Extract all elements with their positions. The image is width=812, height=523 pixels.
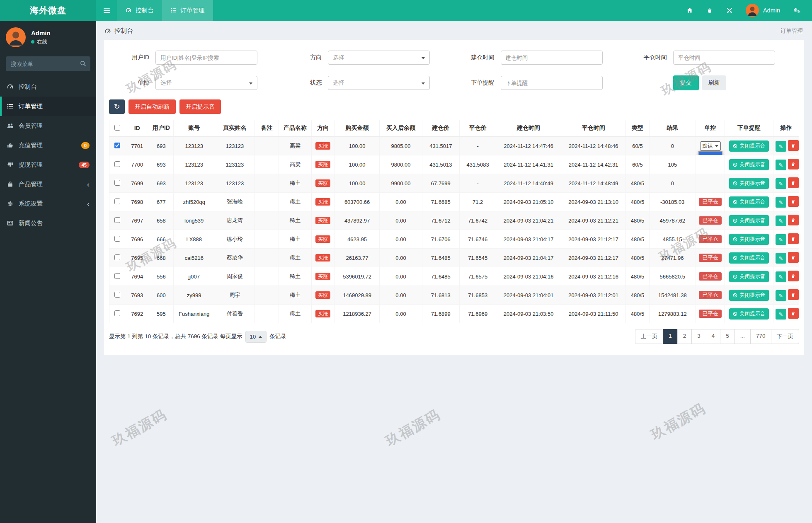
search-icon[interactable] — [80, 60, 87, 67]
reload-button[interactable]: ↻ — [109, 99, 125, 114]
select-all-checkbox[interactable] — [114, 125, 120, 131]
control-dropdown[interactable]: 默认赢亏 — [698, 151, 722, 155]
dropdown-option[interactable]: 默认 — [699, 152, 722, 155]
edit-button[interactable]: ✎ — [776, 253, 786, 264]
mute-remind-button[interactable]: 关闭提示音 — [729, 215, 769, 226]
mute-remind-button[interactable]: 关闭提示音 — [729, 308, 769, 320]
delete-button[interactable] — [788, 159, 799, 169]
userid-search-input[interactable] — [160, 55, 252, 61]
row-checkbox[interactable] — [114, 161, 120, 167]
edit-button[interactable]: ✎ — [776, 271, 786, 282]
sidebar-item-products[interactable]: 产品管理‹ — [0, 174, 96, 194]
delete-button[interactable] — [788, 196, 799, 207]
control-select[interactable]: 默认 — [700, 141, 721, 151]
delete-button[interactable] — [788, 233, 799, 244]
mute-remind-button[interactable]: 关闭提示音 — [729, 196, 769, 208]
row-checkbox[interactable] — [114, 217, 120, 223]
per-page-dropdown[interactable]: 10 — [245, 331, 267, 343]
edit-button[interactable]: ✎ — [776, 178, 786, 189]
row-checkbox[interactable] — [114, 180, 120, 186]
page-button[interactable]: 770 — [750, 329, 771, 344]
edit-button[interactable]: ✎ — [776, 197, 786, 208]
open-time-input[interactable] — [506, 55, 598, 61]
edit-button[interactable]: ✎ — [776, 215, 786, 226]
page-button[interactable]: 4 — [706, 329, 721, 344]
refresh-button[interactable]: 刷新 — [702, 75, 726, 90]
filter-label-remind: 下单提醒 — [454, 79, 501, 87]
sidebar-item-dashboard[interactable]: 控制台 — [0, 77, 96, 97]
cell-balance_after: 9900.00 — [380, 174, 422, 193]
page-button[interactable]: 5 — [720, 329, 735, 344]
mute-remind-button[interactable]: 关闭提示音 — [729, 140, 769, 152]
settings-cogs-icon[interactable] — [793, 7, 801, 14]
row-checkbox[interactable] — [114, 273, 120, 279]
mute-remind-button[interactable]: 关闭提示音 — [729, 234, 769, 245]
top-navbar: 海外微盘 控制台 订单管理 Admin — [0, 0, 812, 21]
sidebar-search-input[interactable] — [6, 56, 90, 71]
tab-dashboard[interactable]: 控制台 — [117, 0, 162, 21]
online-dot-icon — [31, 40, 34, 44]
sidebar-item-members[interactable]: 会员管理 — [0, 116, 96, 136]
sidebar-item-label: 新闻公告 — [19, 219, 43, 227]
row-checkbox[interactable] — [114, 143, 120, 148]
status-select[interactable]: 选择 — [328, 76, 430, 90]
edit-button[interactable]: ✎ — [776, 160, 786, 170]
sidebar-item-deposits[interactable]: 充值管理0 — [0, 136, 96, 155]
next-page-button[interactable]: 下一页 — [771, 329, 800, 344]
cell-result: 1542481.38 — [649, 286, 696, 305]
page-button[interactable]: ... — [734, 329, 751, 344]
cell-actions: ✎ — [773, 136, 799, 155]
trash-icon[interactable] — [706, 7, 713, 14]
admin-menu[interactable]: Admin — [746, 4, 780, 17]
close-time-input[interactable] — [678, 55, 770, 61]
control-select[interactable]: 选择 — [155, 76, 257, 90]
page-button[interactable]: 2 — [677, 329, 692, 344]
mute-remind-button[interactable]: 关闭提示音 — [729, 252, 769, 264]
table-row: 7693600zy999周宇稀土买涨1469029.890.0071.68137… — [109, 286, 799, 305]
edit-button[interactable]: ✎ — [776, 290, 786, 301]
delete-button[interactable] — [788, 252, 799, 263]
edit-button[interactable]: ✎ — [776, 309, 786, 320]
row-checkbox[interactable] — [114, 292, 120, 298]
delete-button[interactable] — [788, 308, 799, 319]
delete-button[interactable] — [788, 177, 799, 188]
cell-product: 高粱 — [279, 136, 311, 155]
cell-remind: 关闭提示音 — [725, 155, 773, 174]
cell-close_time: 2024-11-12 14:48:49 — [561, 174, 626, 193]
submit-button[interactable]: 提交 — [673, 75, 699, 90]
table-row: 7698677zhf520qq张海峰稀土买涨603700.660.0071.66… — [109, 193, 799, 211]
direction-select[interactable]: 选择 — [328, 51, 430, 65]
page-button[interactable]: 3 — [691, 329, 706, 344]
delete-button[interactable] — [788, 215, 799, 225]
tab-orders[interactable]: 订单管理 — [162, 0, 213, 21]
delete-button[interactable] — [788, 289, 799, 300]
row-checkbox[interactable] — [114, 310, 120, 316]
closed-badge: 已平仓 — [699, 216, 722, 225]
sidebar-toggle-button[interactable] — [96, 0, 117, 21]
cell-result: 5665820.5 — [649, 267, 696, 286]
sidebar-item-settings[interactable]: 系统设置‹ — [0, 194, 96, 213]
column-header: 单控 — [696, 120, 725, 137]
sound-on-button[interactable]: 开启提示音 — [179, 99, 221, 114]
delete-button[interactable] — [788, 140, 799, 151]
edit-button[interactable]: ✎ — [776, 234, 786, 245]
mute-remind-button[interactable]: 关闭提示音 — [729, 290, 769, 301]
row-checkbox[interactable] — [114, 254, 120, 260]
sidebar-item-news[interactable]: 新闻公告 — [0, 213, 96, 233]
auto-refresh-button[interactable]: 开启自动刷新 — [128, 99, 176, 114]
delete-button[interactable] — [788, 271, 799, 281]
sidebar-item-withdrawals[interactable]: 提现管理45 — [0, 155, 96, 174]
dashboard-icon — [7, 83, 14, 90]
row-checkbox[interactable] — [114, 199, 120, 204]
page-button[interactable]: 1 — [663, 329, 678, 344]
mute-remind-button[interactable]: 关闭提示音 — [729, 271, 769, 282]
remind-input[interactable] — [506, 80, 598, 86]
mute-remind-button[interactable]: 关闭提示音 — [729, 159, 769, 170]
fullscreen-icon[interactable] — [726, 7, 733, 14]
home-icon[interactable] — [686, 7, 693, 14]
sidebar-item-orders[interactable]: 订单管理 — [0, 97, 96, 116]
edit-button[interactable]: ✎ — [776, 141, 786, 152]
prev-page-button[interactable]: 上一页 — [635, 329, 664, 344]
mute-remind-button[interactable]: 关闭提示音 — [729, 178, 769, 189]
row-checkbox[interactable] — [114, 236, 120, 242]
